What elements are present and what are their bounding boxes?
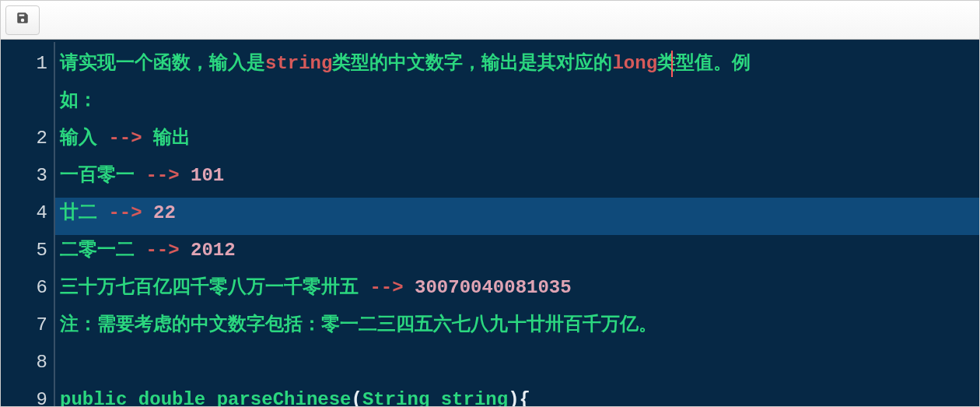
code-line[interactable]: public double parseChinese(String string… [55, 384, 979, 406]
code-token: 22 [153, 202, 176, 223]
code-token: 如： [60, 90, 97, 111]
code-line[interactable]: 廿二 --> 22 [55, 198, 979, 235]
code-editor[interactable]: 123456789 请实现一个函数，输入是string类型的中文数字，输出是其对… [1, 40, 979, 406]
code-token: { [520, 389, 530, 406]
code-token: 注：需要考虑的中文数字包括：零一二三四五六七八九十廿卅百千万亿。 [60, 314, 657, 335]
code-token: --> [145, 240, 179, 261]
line-number: 1 [1, 48, 47, 86]
code-token: String string [362, 389, 508, 406]
code-line[interactable]: 注：需要考虑的中文数字包括：零一二三四五六七八九十廿卅百千万亿。 [55, 310, 979, 347]
code-line[interactable]: 如： [55, 86, 979, 123]
code-area[interactable]: 请实现一个函数，输入是string类型的中文数字，输出是其对应的long类型值。… [55, 42, 979, 406]
code-token: 二零一二 [60, 240, 145, 261]
code-token: string [265, 53, 332, 74]
code-token [142, 202, 153, 223]
code-token: 101 [191, 165, 224, 186]
code-token: ( [351, 389, 362, 406]
code-token: --> [369, 277, 403, 298]
code-line[interactable]: 请实现一个函数，输入是string类型的中文数字，输出是其对应的long类型值。… [55, 48, 979, 86]
code-token: --> [145, 165, 179, 186]
text-cursor [671, 51, 673, 77]
code-token: double [138, 389, 205, 406]
code-token: 2012 [191, 240, 236, 261]
editor-window: 123456789 请实现一个函数，输入是string类型的中文数字，输出是其对… [0, 0, 980, 407]
code-token: 廿二 [60, 202, 108, 223]
line-number: 9 [1, 384, 47, 406]
save-icon [16, 11, 30, 29]
code-token: --> [108, 202, 142, 223]
code-token: 30070040081035 [415, 277, 572, 298]
save-button[interactable] [5, 5, 40, 35]
line-number: 7 [1, 310, 47, 347]
toolbar [1, 1, 979, 40]
code-token: 三十万七百亿四千零八万一千零卅五 [60, 277, 369, 298]
code-token [404, 277, 415, 298]
code-line[interactable]: 三十万七百亿四千零八万一千零卅五 --> 30070040081035 [55, 272, 979, 310]
line-number: 6 [1, 272, 47, 310]
code-token: 输入 [60, 128, 108, 149]
code-token [180, 240, 191, 261]
line-number: 4 [1, 198, 47, 235]
code-token: long [612, 53, 657, 74]
line-number: 8 [1, 347, 47, 384]
line-number: 2 [1, 123, 47, 160]
line-number: 5 [1, 235, 47, 272]
line-number-gutter: 123456789 [1, 42, 55, 406]
line-number [1, 86, 47, 123]
code-token: 请实现一个函数，输入是 [60, 53, 265, 74]
code-token: public [60, 389, 127, 406]
code-token [127, 389, 138, 406]
code-token [205, 389, 216, 406]
code-line[interactable]: 一百零一 --> 101 [55, 160, 979, 198]
code-token: --> [108, 128, 142, 149]
code-token: 输出 [142, 128, 191, 149]
code-token: 类型的中文数字，输出是其对应的 [332, 53, 612, 74]
code-token: parseChinese [217, 389, 352, 406]
line-number: 3 [1, 160, 47, 198]
code-line[interactable]: 二零一二 --> 2012 [55, 235, 979, 272]
code-token: 一百零一 [60, 165, 145, 186]
code-token [180, 165, 191, 186]
code-token: ) [508, 389, 519, 406]
code-line[interactable]: 输入 --> 输出 [55, 123, 979, 160]
code-line[interactable] [55, 347, 979, 384]
